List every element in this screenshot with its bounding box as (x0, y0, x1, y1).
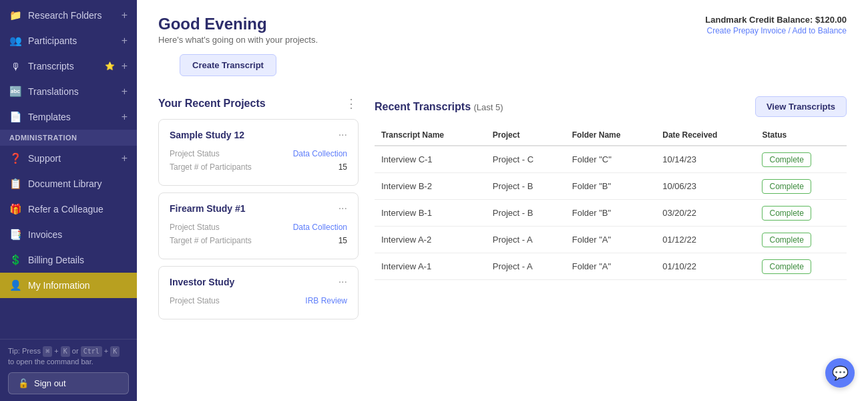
cell-project: Project - B (486, 173, 566, 200)
cell-folder: Folder "B" (566, 173, 656, 200)
sidebar-item-invoices[interactable]: 📑 Invoices (0, 222, 137, 247)
sidebar-item-my-information[interactable]: 👤 My Information (0, 273, 137, 298)
project-card[interactable]: Sample Study 12 ··· Project Status Data … (158, 119, 359, 186)
transcripts-thead: Transcript Name Project Folder Name Date… (375, 125, 847, 146)
project-target-value: 15 (339, 162, 347, 172)
col-project: Project (486, 125, 566, 146)
plus-icon[interactable]: + (122, 111, 128, 123)
chat-button[interactable]: 💬 (825, 358, 855, 388)
sidebar-item-label: Transcripts (28, 61, 98, 72)
status-badge: Complete (762, 152, 811, 167)
cell-date: 10/14/23 (656, 146, 755, 173)
cell-transcript-name: Interview A-2 (375, 227, 486, 253)
status-badge: Complete (762, 233, 811, 247)
credit-amount: $120.00 (815, 15, 847, 25)
kbd-cmd: ⌘ (43, 346, 52, 357)
project-card[interactable]: Firearm Study #1 ··· Project Status Data… (158, 192, 359, 259)
sidebar-item-billing-details[interactable]: 💲 Billing Details (0, 247, 137, 273)
sidebar-item-translations[interactable]: 🔤 Translations + (0, 79, 137, 104)
cell-folder: Folder "C" (566, 146, 656, 173)
cell-folder: Folder "A" (566, 253, 656, 280)
chat-icon: 💬 (832, 365, 849, 381)
admin-section-label: ADMINISTRATION (0, 130, 137, 146)
sidebar-item-label: Refer a Colleague (28, 204, 128, 215)
document-icon: 📋 (9, 178, 21, 190)
table-row: Interview A-2 Project - A Folder "A" 01/… (375, 227, 847, 253)
templates-icon: 📄 (9, 111, 21, 123)
projects-menu-dots[interactable]: ⋮ (345, 96, 359, 111)
plus-icon[interactable]: + (122, 152, 128, 164)
project-menu-dots[interactable]: ··· (339, 276, 347, 288)
cell-status: Complete (755, 200, 847, 227)
plus-icon[interactable]: + (122, 60, 128, 72)
col-transcript-name: Transcript Name (375, 125, 486, 146)
cell-status: Complete (755, 146, 847, 173)
status-badge: Complete (762, 179, 811, 194)
sidebar-item-label: Support (28, 153, 115, 164)
sidebar-item-research-folders[interactable]: 📁 Research Folders + (0, 3, 137, 28)
sign-out-label: Sign out (34, 378, 66, 388)
sidebar-nav: 📁 Research Folders + 👥 Participants + 🎙 … (0, 0, 137, 339)
user-icon: 👤 (9, 279, 21, 291)
participants-icon: 👥 (9, 35, 21, 47)
project-menu-dots[interactable]: ··· (339, 129, 347, 141)
sidebar-bottom: Tip: Press ⌘ + K or Ctrl + Kto open the … (0, 339, 137, 401)
project-status-label: Project Status (170, 223, 220, 232)
project-status-label: Project Status (170, 149, 220, 158)
sidebar-item-label: Document Library (28, 178, 128, 189)
sidebar-item-label: Participants (28, 35, 115, 46)
sign-out-button[interactable]: 🔓 Sign out (8, 372, 129, 394)
transcripts-title: Recent Transcripts (375, 101, 471, 112)
projects-header: Your Recent Projects ⋮ (158, 96, 359, 111)
project-menu-dots[interactable]: ··· (339, 203, 347, 215)
star-icon: ⭐ (105, 61, 115, 71)
plus-icon[interactable]: + (122, 35, 128, 47)
greeting-subtitle: Here's what's going on with your project… (158, 35, 318, 45)
create-btn-wrapper: Create Transcript (137, 54, 868, 96)
cell-transcript-name: Interview B-2 (375, 173, 486, 200)
cell-project: Project - A (486, 227, 566, 253)
sidebar-item-participants[interactable]: 👥 Participants + (0, 28, 137, 53)
projects-list: Sample Study 12 ··· Project Status Data … (158, 119, 359, 319)
view-transcripts-button[interactable]: View Transcripts (755, 96, 847, 117)
content-area: Your Recent Projects ⋮ Sample Study 12 ·… (137, 96, 868, 401)
kbd-k1: K (61, 346, 70, 357)
sidebar-item-label: Research Folders (28, 10, 115, 21)
transcripts-table: Transcript Name Project Folder Name Date… (375, 125, 847, 280)
table-row: Interview C-1 Project - C Folder "C" 10/… (375, 146, 847, 173)
greeting-title: Good Evening (158, 15, 318, 33)
sidebar: 📁 Research Folders + 👥 Participants + 🎙 … (0, 0, 137, 401)
sidebar-item-refer-colleague[interactable]: 🎁 Refer a Colleague (0, 196, 137, 222)
transcripts-header: Recent Transcripts (Last 5) View Transcr… (375, 96, 847, 117)
sidebar-item-support[interactable]: ❓ Support + (0, 146, 137, 171)
cell-date: 03/20/22 (656, 200, 755, 227)
sidebar-item-label: Templates (28, 112, 115, 122)
transcripts-panel: Recent Transcripts (Last 5) View Transcr… (375, 96, 847, 390)
project-card[interactable]: Investor Study ··· Project Status IRB Re… (158, 266, 359, 319)
cell-date: 01/12/22 (656, 227, 755, 253)
projects-title: Your Recent Projects (158, 98, 266, 110)
plus-icon[interactable]: + (122, 9, 128, 21)
project-name: Sample Study 12 (170, 130, 244, 140)
folder-icon: 📁 (9, 9, 21, 21)
sidebar-item-transcripts[interactable]: 🎙 Transcripts ⭐ + (0, 53, 137, 79)
credit-label: Landmark Credit Balance: (705, 15, 813, 25)
table-row: Interview B-2 Project - B Folder "B" 10/… (375, 173, 847, 200)
cell-folder: Folder "A" (566, 227, 656, 253)
cell-status: Complete (755, 173, 847, 200)
transcripts-icon: 🎙 (9, 61, 21, 72)
transcripts-title-block: Recent Transcripts (Last 5) (375, 101, 503, 113)
transcripts-tbody: Interview C-1 Project - C Folder "C" 10/… (375, 146, 847, 280)
credit-link[interactable]: Create Prepay Invoice / Add to Balance (705, 26, 847, 35)
project-target-value: 15 (339, 236, 347, 245)
create-transcript-button[interactable]: Create Transcript (180, 54, 276, 76)
cell-project: Project - A (486, 253, 566, 280)
sidebar-item-templates[interactable]: 📄 Templates + (0, 104, 137, 130)
col-folder-name: Folder Name (566, 125, 656, 146)
sidebar-item-label: Billing Details (28, 255, 128, 265)
cell-project: Project - B (486, 200, 566, 227)
invoice-icon: 📑 (9, 229, 21, 241)
col-status: Status (755, 125, 847, 146)
sidebar-item-document-library[interactable]: 📋 Document Library (0, 171, 137, 196)
plus-icon[interactable]: + (122, 86, 128, 98)
